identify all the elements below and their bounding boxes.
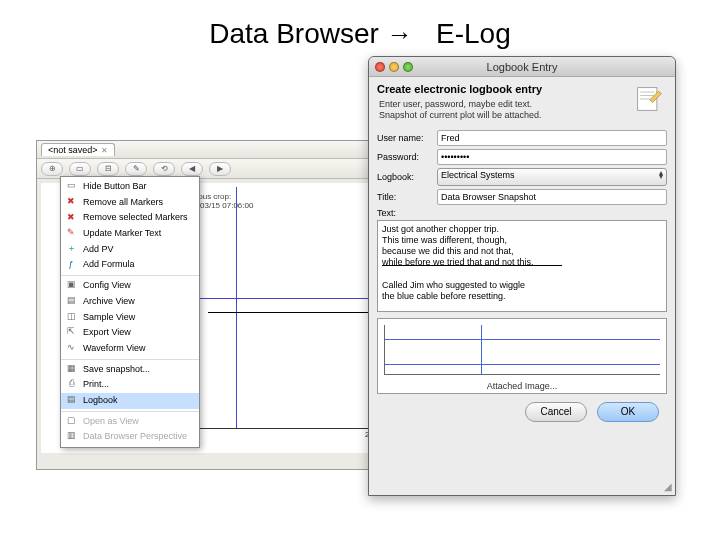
menu-separator [61,275,199,276]
title-field[interactable] [437,189,667,205]
menu-label: Add Formula [83,259,135,269]
title-label: Title: [377,192,433,202]
menu-icon: ▥ [65,430,77,442]
dialog-description: Enter user, password, maybe edit text.Sn… [377,97,667,127]
menu-label: Hide Button Bar [83,181,147,191]
menu-icon: ▦ [65,363,77,375]
toolbar-button[interactable]: ▭ [69,162,91,176]
menu-icon: ▤ [65,295,77,307]
menu-label: Sample View [83,312,135,322]
menu-icon: ⎙ [65,378,77,390]
logbook-dialog: Logbook Entry Create electronic logbook … [368,56,676,496]
toolbar-button[interactable]: ✎ [125,162,147,176]
menu-label: Print... [83,379,109,389]
menu-separator [61,411,199,412]
window-title: Logbook Entry [369,61,675,73]
close-icon[interactable]: ✕ [101,146,108,155]
menu-item-add-formula[interactable]: ƒAdd Formula [61,257,199,273]
menu-label: Update Marker Text [83,228,161,238]
data-trace [236,187,237,428]
password-field[interactable] [437,149,667,165]
menu-item-data-browser-perspective: ▥Data Browser Perspective [61,429,199,445]
menu-icon: ∿ [65,342,77,354]
menu-item-export-view[interactable]: ⇱Export View [61,325,199,341]
chevron-updown-icon: ▴▾ [659,171,663,181]
menu-item-print[interactable]: ⎙Print... [61,377,199,393]
menu-label: Waveform View [83,343,146,353]
menu-item-remove-selected-markers[interactable]: ✖Remove selected Markers [61,210,199,226]
menu-label: Remove all Markers [83,197,163,207]
menu-item-hide-button-bar[interactable]: ▭Hide Button Bar [61,179,199,195]
titlebar[interactable]: Logbook Entry [369,57,675,77]
menu-icon: ƒ [65,258,77,270]
menu-label: Add PV [83,244,114,254]
text-field[interactable]: Just got another chopper trip. This time… [377,220,667,312]
toolbar-button[interactable]: ⟲ [153,162,175,176]
menu-icon: ✎ [65,227,77,239]
attached-image-preview[interactable]: Attached Image... [377,318,667,394]
menu-label: Archive View [83,296,135,306]
arrow-icon: → [387,19,413,49]
tab-bar: <not saved> ✕ [37,141,415,159]
menu-item-save-snapshot[interactable]: ▦Save snapshot... [61,362,199,378]
menu-label: Remove selected Markers [83,212,188,222]
menu-icon: ✖ [65,196,77,208]
menu-item-add-pv[interactable]: ＋Add PV [61,242,199,258]
cancel-button[interactable]: Cancel [525,402,587,422]
logbook-select[interactable]: Electrical Systems ▴▾ [437,168,667,186]
toolbar-button[interactable]: ▶ [209,162,231,176]
logbook-label: Logbook: [377,172,433,182]
menu-icon: ◫ [65,311,77,323]
toolbar-button[interactable]: ◀ [181,162,203,176]
menu-icon: ＋ [65,243,77,255]
dialog-heading: Create electronic logbook entry [377,81,667,97]
preview-plot [384,325,660,375]
menu-separator [61,359,199,360]
tab-unsaved[interactable]: <not saved> ✕ [41,143,115,156]
slide-title: Data Browser → E-Log [0,0,720,58]
menu-item-sample-view[interactable]: ◫Sample View [61,310,199,326]
menu-label: Export View [83,327,131,337]
menu-label: Config View [83,280,131,290]
menu-item-archive-view[interactable]: ▤Archive View [61,294,199,310]
text-label: Text: [377,208,667,218]
menu-icon: ⇱ [65,326,77,338]
menu-label: Open as View [83,416,139,426]
resize-grip-icon[interactable]: ◢ [664,481,672,492]
menu-label: Data Browser Perspective [83,431,187,441]
password-label: Password: [377,152,433,162]
menu-icon: ▭ [65,180,77,192]
menu-item-open-as-view: ▢Open as View [61,414,199,430]
connector-line [208,312,388,313]
menu-icon: ▣ [65,279,77,291]
tab-label: <not saved> [48,145,98,155]
attached-label: Attached Image... [378,381,666,391]
menu-item-config-view[interactable]: ▣Config View [61,278,199,294]
menu-label: Logbook [83,395,118,405]
toolbar-button[interactable]: ⊟ [97,162,119,176]
menu-icon: ▤ [65,394,77,406]
menu-icon: ▢ [65,415,77,427]
context-menu: ▭Hide Button Bar✖Remove all Markers✖Remo… [60,176,200,448]
menu-item-waveform-view[interactable]: ∿Waveform View [61,341,199,357]
ok-button[interactable]: OK [597,402,659,422]
title-left: Data Browser [209,18,379,49]
title-right: E-Log [436,18,511,49]
logbook-value: Electrical Systems [441,170,515,180]
menu-item-remove-all-markers[interactable]: ✖Remove all Markers [61,195,199,211]
username-field[interactable] [437,130,667,146]
toolbar-button[interactable]: ⊕ [41,162,63,176]
menu-icon: ✖ [65,211,77,223]
note-icon [635,85,663,113]
menu-label: Save snapshot... [83,364,150,374]
username-label: User name: [377,133,433,143]
strikethrough [382,265,562,266]
menu-item-update-marker-text[interactable]: ✎Update Marker Text [61,226,199,242]
menu-item-logbook[interactable]: ▤Logbook [61,393,199,409]
